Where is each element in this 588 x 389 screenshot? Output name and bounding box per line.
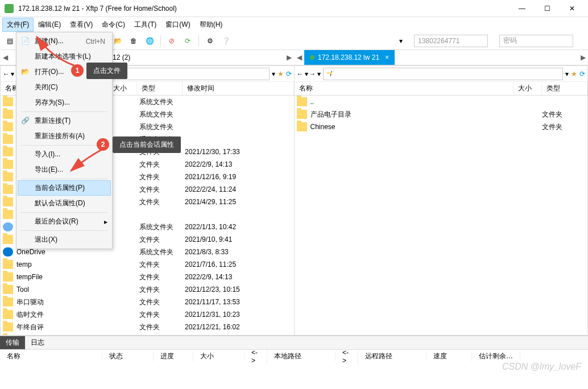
list-item[interactable]: temp文件夹2021/7/16, 11:25 — [1, 258, 294, 271]
menubar: 文件(F) 编辑(E) 查看(V) 命令(C) 工具(T) 窗口(W) 帮助(H… — [0, 17, 588, 32]
list-item[interactable]: 产品电子目录文件夹 — [295, 108, 588, 121]
globe-icon[interactable]: 🌐 — [143, 35, 156, 47]
nav-back-icon[interactable]: ← — [3, 70, 10, 78]
status-arrow: <-> — [245, 349, 267, 365]
list-item[interactable]: tempFile文件夹2022/2/9, 14:13 — [1, 271, 294, 283]
password-input[interactable]: 密码 — [499, 35, 573, 47]
settings-icon[interactable]: ⚙ — [204, 35, 216, 47]
tab-close-icon[interactable]: × — [385, 53, 389, 61]
help-icon[interactable]: ❔ — [220, 35, 232, 47]
folder-icon — [3, 222, 13, 231]
star-icon[interactable]: ★ — [278, 70, 284, 78]
path-dropdown-r-icon[interactable]: ▾ — [565, 70, 569, 78]
refresh-remote-icon[interactable]: ⟳ — [579, 70, 585, 78]
menu-reconnect[interactable]: 🔗 重新连接(T) — [18, 113, 111, 129]
status-dot-icon — [310, 55, 314, 60]
list-item[interactable]: Chinese文件夹 — [295, 121, 588, 133]
folder-icon — [3, 285, 13, 294]
bottom-tabs: 传输 日志 — [0, 336, 588, 349]
folder-icon — [3, 135, 13, 144]
path-dropdown-icon[interactable]: ▾ — [272, 70, 275, 78]
new-icon[interactable]: ▤ — [3, 35, 16, 47]
menu-close[interactable]: 关闭(C) — [18, 80, 111, 95]
remote-tab[interactable]: 172.18.238.12 lw 21 × — [304, 50, 395, 65]
list-item[interactable]: 桌面文件夹2021/6/2, 15:11 — [1, 333, 294, 335]
tab-log[interactable]: 日志 — [25, 336, 50, 349]
remote-list-header: 名称 大小 类型 — [295, 82, 588, 96]
status-remote: 远程路径 — [358, 351, 426, 361]
red-arrow-1-icon — [34, 34, 85, 68]
app-icon — [5, 4, 14, 13]
col-size[interactable]: 大小 — [109, 82, 137, 95]
nav-fwd-r-icon[interactable]: → — [309, 70, 316, 78]
annotation-text-2: 点击当前会话属性 — [113, 136, 181, 153]
folder-icon — [3, 210, 13, 219]
status-arrow2: <-> — [336, 349, 358, 365]
menu-tools[interactable]: 工具(T) — [130, 18, 161, 32]
list-item[interactable]: Tool文件夹2021/12/23, 10:15 — [1, 283, 294, 296]
menu-edit[interactable]: 编辑(E) — [34, 18, 65, 32]
status-size: 大小 — [193, 351, 245, 361]
menu-command[interactable]: 命令(C) — [97, 18, 130, 32]
col-name-r[interactable]: 名称 — [295, 82, 514, 95]
list-item[interactable]: 年终自评文件夹2021/12/21, 16:02 — [1, 321, 294, 333]
list-item[interactable]: 临时文件文件夹2021/12/31, 10:23 — [1, 308, 294, 321]
col-type-r[interactable]: 类型 — [542, 82, 587, 95]
folder-icon — [3, 110, 13, 119]
tab-scroll-left-r[interactable]: ◀ — [294, 50, 304, 65]
star-r-icon[interactable]: ★ — [571, 70, 577, 78]
username-input[interactable]: 13802264771 — [414, 35, 488, 47]
dropdown-arrow-icon[interactable]: ▾ — [399, 37, 403, 45]
menu-window[interactable]: 窗口(W) — [161, 18, 194, 32]
folder-icon — [3, 247, 13, 256]
tab-scroll-right-r[interactable]: ▶ — [578, 50, 588, 65]
close-button[interactable]: ✕ — [561, 1, 583, 16]
folder-icon — [3, 97, 13, 106]
folder-icon — [297, 122, 307, 131]
status-bar: 名称 状态 进度 大小 <-> 本地路径 <-> 远程路径 速度 估计剩余… — [0, 349, 588, 363]
list-item-up[interactable]: .. — [295, 96, 588, 108]
annotation-badge-2: 2 — [97, 138, 109, 151]
menu-recent[interactable]: 最近的会议(R)▸ — [18, 214, 111, 229]
folder-icon — [3, 160, 13, 169]
status-name: 名称 — [0, 351, 102, 361]
remote-path-input[interactable]: / — [323, 68, 564, 80]
menu-saveas[interactable]: 另存为(S)... — [18, 95, 111, 110]
menu-help[interactable]: 帮助(H) — [195, 18, 227, 32]
delete-icon[interactable]: 🗑 — [127, 35, 140, 47]
col-size-r[interactable]: 大小 — [514, 82, 542, 95]
list-item[interactable]: 串口驱动文件夹2021/11/17, 13:53 — [1, 296, 294, 308]
folder-icon — [297, 110, 307, 119]
remote-path-text: / — [330, 70, 332, 78]
refresh-local-icon[interactable]: ⟳ — [286, 70, 292, 78]
status-progress: 进度 — [154, 351, 193, 361]
menu-default-props[interactable]: 默认会话属性(D) — [18, 196, 111, 211]
remote-pane: ← ▾ → ▾ / ▾ ★ ⟳ 名称 大小 类型 ..产品电子目录文件夹Chin… — [294, 65, 589, 336]
col-type[interactable]: 类型 — [137, 82, 183, 95]
menu-current-props[interactable]: 当前会话属性(P) — [18, 180, 111, 196]
folder-open-icon: 📂 — [21, 68, 30, 77]
tab-scroll-left[interactable]: ◀ — [0, 50, 10, 65]
tab-transfer[interactable]: 传输 — [0, 336, 25, 349]
menu-file[interactable]: 文件(F) — [2, 18, 34, 32]
nav-back-r-icon[interactable]: ← — [297, 70, 304, 78]
folder-icon — [3, 172, 13, 181]
remote-file-list[interactable]: ..产品电子目录文件夹Chinese文件夹 — [295, 96, 588, 335]
folder-icon — [3, 147, 13, 156]
maximize-button[interactable]: ☐ — [536, 1, 558, 16]
menu-view[interactable]: 查看(V) — [65, 18, 97, 32]
annotation-badge-1: 1 — [71, 64, 84, 77]
menu-exit[interactable]: 退出(X) — [18, 232, 111, 247]
stop-icon[interactable]: ⊘ — [165, 35, 178, 47]
folder-icon — [3, 272, 13, 282]
minimize-button[interactable]: — — [511, 1, 533, 16]
newfolder-icon[interactable]: 📂 — [111, 35, 124, 47]
folder-icon — [3, 297, 13, 307]
folder-icon — [3, 122, 13, 131]
watermark: CSDN @lmy_loveF — [502, 362, 581, 372]
tab-scroll-right[interactable]: ▶ — [284, 50, 294, 65]
refresh-icon[interactable]: ⟳ — [181, 35, 194, 47]
col-mod[interactable]: 修改时间 — [183, 82, 294, 95]
status-local: 本地路径 — [267, 351, 336, 361]
document-icon: 📄 — [21, 37, 30, 46]
